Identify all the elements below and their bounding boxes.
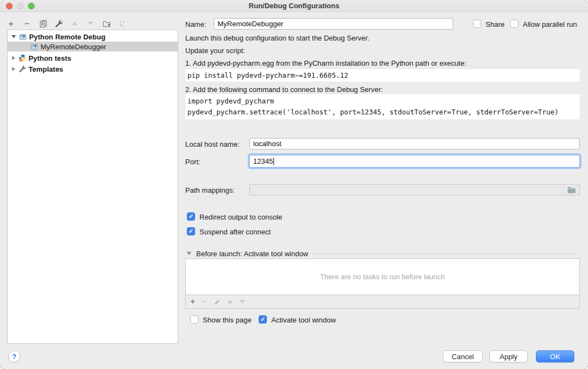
add-task-icon[interactable]: + (190, 297, 195, 306)
new-folder-icon[interactable] (102, 19, 111, 28)
path-mappings-label: Path mappings: (185, 186, 235, 194)
pip-install-code: pip install pydevd-pycharm~=191.6605.12 (185, 69, 580, 82)
name-input[interactable] (214, 18, 453, 30)
remove-task-icon[interactable]: − (202, 297, 207, 306)
wrench-icon (19, 65, 26, 73)
allow-parallel-run-label[interactable]: Allow parallel run (523, 20, 577, 28)
redirect-output-checkbox[interactable] (187, 212, 195, 221)
tasks-toolbar: + − (186, 295, 579, 308)
cancel-button[interactable]: Cancel (443, 350, 483, 362)
tree-item-label: Templates (28, 65, 63, 73)
ok-button[interactable]: OK (536, 350, 574, 362)
svg-text:z: z (122, 24, 124, 27)
share-checkbox[interactable] (473, 20, 481, 28)
add-configuration-icon[interactable]: + (7, 19, 15, 28)
remove-configuration-icon[interactable]: − (22, 19, 31, 28)
show-this-page-checkbox[interactable] (190, 315, 198, 324)
move-down-icon[interactable] (86, 19, 95, 28)
tasks-list[interactable]: There are no tasks to run before launch (186, 259, 579, 295)
python-tests-icon (19, 54, 26, 62)
port-value: 12345 (253, 157, 273, 165)
help-question-icon: ? (12, 353, 16, 361)
name-label: Name: (185, 20, 206, 28)
tree-item-myremotedebugger[interactable]: MyRemoteDebugger (8, 42, 178, 51)
suspend-after-connect-label[interactable]: Suspend after connect (199, 228, 271, 236)
move-task-up-icon[interactable] (227, 300, 233, 303)
edit-templates-icon[interactable] (54, 19, 63, 28)
run-debug-configurations-dialog: Run/Debug Configurations + − az Python R… (0, 0, 588, 369)
copy-configuration-icon[interactable] (38, 19, 47, 28)
tree-item-label: Python tests (28, 54, 71, 62)
before-launch-collapse-icon[interactable] (187, 252, 191, 255)
tasks-empty-text: There are no tasks to run before launch (320, 273, 445, 281)
share-label[interactable]: Share (486, 20, 505, 28)
step2-text: 2. Add the following command to connect … (185, 85, 383, 94)
chevron-right-icon[interactable] (12, 67, 15, 71)
text-caret (273, 158, 274, 165)
suspend-after-connect-checkbox[interactable] (187, 227, 195, 235)
update-script-text: Update your script: (185, 47, 245, 55)
local-host-input[interactable] (249, 138, 580, 149)
tree-item-templates[interactable]: Templates (8, 64, 178, 74)
before-launch-separator (310, 253, 580, 254)
apply-button[interactable]: Apply (489, 350, 528, 362)
tree-item-label: MyRemoteDebugger (41, 43, 106, 51)
show-this-page-label[interactable]: Show this page (203, 316, 252, 324)
before-launch-title[interactable]: Before launch: Activate tool window (196, 250, 309, 258)
titlebar: Run/Debug Configurations (0, 0, 588, 12)
move-task-down-icon[interactable] (239, 300, 245, 303)
intro-text: Launch this debug configuration to start… (185, 34, 369, 42)
path-mappings-input[interactable] (249, 184, 580, 195)
activate-tool-window-checkbox[interactable] (259, 315, 267, 324)
move-up-icon[interactable] (70, 19, 79, 28)
chevron-right-icon[interactable] (12, 56, 15, 60)
tree-item-label: Python Remote Debug (29, 33, 105, 41)
edit-task-icon[interactable] (214, 298, 221, 305)
local-host-label: Local host name: (185, 140, 239, 148)
settrace-code-line2: pydevd_pycharm.settrace('localhost', por… (187, 107, 580, 118)
tree-item-python-remote-debug[interactable]: Python Remote Debug (8, 32, 178, 42)
remote-debug-config-icon (19, 33, 27, 41)
before-launch-tasks-panel: There are no tasks to run before launch … (185, 258, 580, 309)
allow-parallel-run-checkbox[interactable] (510, 20, 518, 28)
configurations-toolbar: + − az (7, 18, 127, 30)
activate-tool-window-label[interactable]: Activate tool window (271, 316, 336, 324)
chevron-down-icon[interactable] (12, 35, 16, 38)
tree-item-python-tests[interactable]: Python tests (8, 53, 178, 63)
sort-configurations-icon[interactable]: az (118, 19, 127, 28)
settrace-code-line1: import pydevd_pycharm (187, 96, 580, 107)
svg-text:a: a (122, 20, 124, 24)
remote-debug-config-icon (31, 43, 38, 50)
configurations-tree: Python Remote Debug MyRemoteDebugger Pyt… (7, 30, 178, 344)
window-title: Run/Debug Configurations (0, 2, 588, 10)
browse-folder-icon[interactable] (567, 186, 576, 193)
step1-text: 1. Add pydevd-pycharm.egg from the PyCha… (185, 59, 466, 67)
settrace-code: import pydevd_pycharm pydevd_pycharm.set… (185, 94, 580, 119)
help-button[interactable]: ? (8, 350, 20, 362)
port-input[interactable]: 12345 (249, 155, 580, 168)
redirect-output-label[interactable]: Redirect output to console (199, 213, 282, 221)
port-label: Port: (185, 158, 200, 166)
